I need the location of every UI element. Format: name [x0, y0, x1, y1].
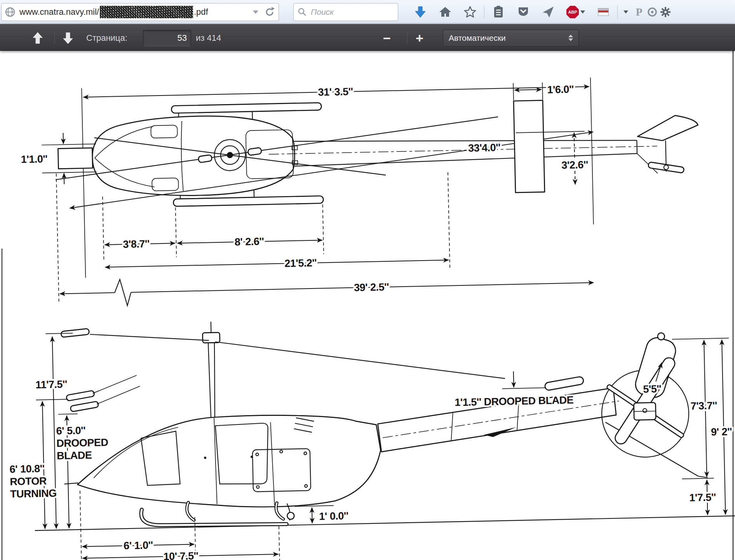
- toolbar-separator: [484, 5, 484, 19]
- helicopter-dimension-diagram: 31' 3.5'' 1'1.0'': [0, 0, 735, 560]
- flag-image-icon: [598, 8, 609, 16]
- dim-tail-rotor-top-height: 7'3.7'': [690, 400, 717, 412]
- search-icon: [298, 7, 307, 17]
- side-view-drawing: 5'5'': [7, 311, 735, 560]
- dim-tail-drooped-blade: 1'1.5'' DROOPED BLADE: [455, 394, 573, 408]
- dim-front-drooped-blade: 6' 5.0'': [56, 424, 85, 437]
- browser-toolbar: www.cnatra.navy.mil/ .pdf: [0, 0, 735, 24]
- reload-icon[interactable]: [264, 6, 275, 18]
- dim-overall-tail-height: 9' 2'': [711, 426, 732, 438]
- dim-nose-to-skid-rear: 10' 7.5'': [163, 550, 199, 560]
- send-tab-button[interactable]: [536, 0, 561, 24]
- proxy-p-icon: P: [636, 6, 642, 18]
- dim-tail-rotor-diameter: 5'5'': [643, 383, 661, 395]
- zoom-in-button[interactable]: +: [416, 24, 423, 51]
- select-updown-icon: [568, 35, 573, 41]
- dim-tail-skid-clearance: 1'7.5'': [689, 491, 716, 503]
- top-view-drawing: 31' 3.5'' 1'1.0'': [19, 75, 702, 308]
- pocket-button[interactable]: [511, 0, 536, 24]
- dim-rotor-turning-word2: TURNING: [10, 487, 57, 500]
- pdf-toolbar-separator-2: [407, 31, 408, 44]
- zoom-out-label: −: [383, 32, 391, 44]
- dim-rotor-turning-word1: ROTOR: [10, 475, 47, 487]
- overflow-caret-icon: [624, 10, 628, 14]
- dim-rotor-turning: 6' 10.8'': [9, 463, 45, 475]
- zoom-mode-select[interactable]: Автоматически: [443, 30, 579, 47]
- page-count-label: из 414: [196, 33, 221, 43]
- url-text-prefix: www.cnatra.navy.mil/: [19, 7, 99, 17]
- page-number-input[interactable]: [143, 30, 191, 46]
- dim-front-drooped-blade-word1: DROOPED: [56, 437, 108, 449]
- star-icon: [464, 6, 476, 18]
- url-bar[interactable]: www.cnatra.navy.mil/ .pdf: [1, 3, 279, 21]
- dim-rotor-tip-to-tip: 33'4.0'': [468, 142, 501, 154]
- pdf-viewer-toolbar: Страница: из 414 − + Автоматически: [0, 24, 735, 51]
- pocket-icon: [517, 6, 529, 18]
- dim-stabilizer-span: 3'2.6'': [561, 159, 588, 171]
- dim-rotor-head-height: 11'7.5'': [35, 378, 67, 391]
- sync-button[interactable]: [646, 0, 659, 24]
- adblock-icon: ABP: [566, 6, 579, 18]
- home-icon: [439, 6, 451, 18]
- dim-fuselage-length: 21'5.2'': [284, 257, 317, 270]
- overflow-menu-button[interactable]: [619, 0, 632, 24]
- reading-list-button[interactable]: [486, 0, 511, 24]
- dim-nose-to-skid-front: 6' 1.0'': [124, 539, 153, 552]
- globe-icon: [5, 7, 16, 17]
- dim-stabilizer-chord: 1'6.0'': [547, 83, 574, 96]
- home-button[interactable]: [433, 0, 458, 24]
- dim-nose-to-skid: 3'8.7'': [123, 238, 150, 250]
- dim-front-drooped-blade-word2: BLADE: [57, 449, 92, 462]
- dim-skid-length: 8' 2.6'': [235, 236, 264, 248]
- dim-main-rotor-diameter: 31' 3.5'': [318, 86, 353, 98]
- zoom-mode-value: Автоматически: [449, 33, 506, 43]
- dim-overall-length: 39' 2.5'': [354, 281, 389, 294]
- download-button[interactable]: [408, 0, 433, 24]
- url-redacted-segment: [100, 6, 193, 18]
- next-page-button[interactable]: [61, 24, 75, 51]
- toolbar-separator-2: [617, 5, 618, 19]
- flag-extension-button[interactable]: [591, 0, 616, 24]
- settings-button[interactable]: [659, 0, 672, 24]
- arrow-up-icon: [31, 31, 44, 45]
- proxy-extension-button[interactable]: P: [632, 0, 646, 24]
- adblock-button[interactable]: ABP: [561, 0, 591, 24]
- pdf-toolbar-separator-1: [54, 31, 55, 44]
- clipboard-icon: [493, 6, 504, 18]
- dim-belly-clearance: 1' 0.0'': [319, 510, 348, 522]
- url-history-dropdown[interactable]: [253, 10, 258, 14]
- arrow-down-icon: [61, 31, 75, 45]
- previous-page-button[interactable]: [31, 24, 44, 51]
- dim-nose-width: 1'1.0'': [21, 153, 47, 165]
- paper-plane-icon: [542, 6, 554, 18]
- zoom-in-label: +: [416, 32, 423, 44]
- search-box[interactable]: [293, 3, 398, 21]
- sync-circle-icon: [647, 7, 658, 17]
- page-label: Страница:: [86, 33, 127, 43]
- bookmark-button[interactable]: [458, 0, 482, 24]
- gear-icon: [660, 7, 671, 17]
- download-icon: [415, 6, 426, 18]
- search-input[interactable]: [311, 7, 388, 17]
- adblock-dropdown-caret[interactable]: [580, 10, 585, 14]
- url-text-suffix: .pdf: [194, 7, 208, 17]
- zoom-out-button[interactable]: −: [383, 24, 391, 51]
